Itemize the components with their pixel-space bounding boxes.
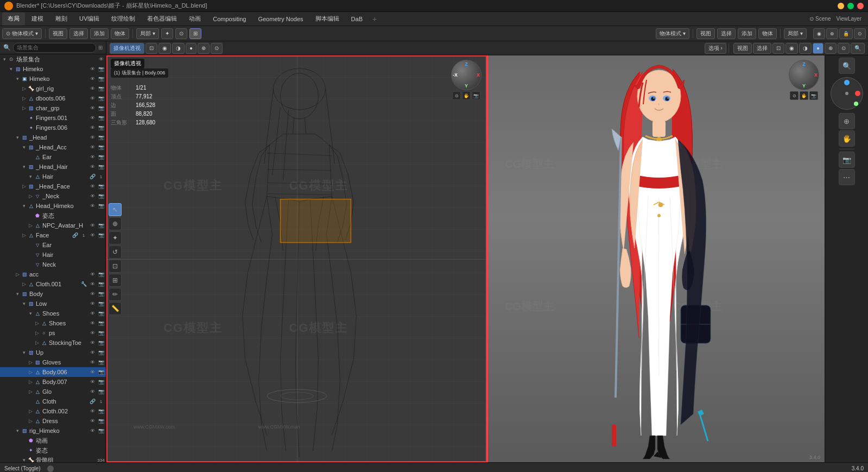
rp-camera-btn[interactable]: 📷 — [839, 152, 855, 168]
render-icon[interactable]: 📷 — [97, 378, 105, 386]
snap-icon[interactable]: ✦ — [161, 28, 173, 39]
expand-icon[interactable]: ▾ — [27, 309, 34, 318]
tree-item-cloth[interactable]: △ Cloth 🔗 1 — [0, 397, 106, 406]
eye-icon[interactable]: 👁 — [88, 75, 96, 83]
visibility-icon[interactable]: 👁 — [97, 55, 105, 63]
rp-nav-circle[interactable] — [831, 77, 863, 110]
eye-icon[interactable]: 👁 — [88, 427, 96, 435]
render-icon[interactable]: 📷 — [97, 417, 105, 425]
viewport-right-nav[interactable]: Z X Y ⊙ 🖐 📷 — [789, 60, 819, 100]
eye-icon[interactable]: 👁 — [88, 182, 96, 190]
render-icon[interactable]: 📷 — [97, 182, 105, 190]
viewport-nav-gizmo[interactable]: Z X -X Y ⊙ 🖐 📷 — [451, 60, 481, 100]
render-icon[interactable]: 📷 — [97, 349, 105, 356]
render-icon[interactable]: 📷 — [97, 114, 105, 122]
eye-icon[interactable]: 👁 — [88, 85, 96, 92]
tab-modeling[interactable]: 建模 — [26, 12, 49, 26]
modifier-icon[interactable]: 🔧 — [80, 280, 87, 288]
proportional-edit-btn[interactable]: ⊙ — [854, 28, 866, 39]
tab-scripting[interactable]: 脚本编辑 — [310, 12, 345, 26]
right-object-btn[interactable]: 物体 — [758, 28, 777, 39]
tree-item-animation[interactable]: ⬟ 动画 — [0, 436, 106, 445]
eye-icon[interactable]: 👁 — [88, 134, 96, 141]
eye-icon[interactable]: 👁 — [88, 310, 96, 317]
expand-icon[interactable]: ▷ — [27, 367, 34, 377]
overlay-btn[interactable]: ◉ — [813, 28, 825, 39]
tree-item-npc-avatar[interactable]: ▷ △ NPC_Avatar_H 👁 📷 — [0, 221, 106, 230]
render-icon[interactable]: 📷 — [97, 75, 105, 83]
expand-icon[interactable]: ▷ — [27, 221, 34, 230]
expand-icon[interactable] — [27, 211, 34, 221]
render-icon[interactable]: 📷 — [97, 95, 105, 102]
maximize-button[interactable] — [847, 3, 854, 9]
viewport-mode-right[interactable]: 物体模式 ▾ — [656, 28, 689, 39]
viewport-select-btn[interactable]: 选择 — [69, 28, 88, 39]
eye-icon[interactable]: 👁 — [88, 231, 96, 239]
render-icon[interactable]: 📷 — [97, 407, 105, 415]
expand-icon[interactable]: ▷ — [27, 387, 34, 397]
vp-gizmo-right-btn[interactable]: ⊙ — [838, 43, 850, 54]
eye-icon[interactable]: 👁 — [88, 163, 96, 171]
expand-icon[interactable]: ▷ — [21, 230, 27, 240]
expand-icon[interactable]: ▾ — [21, 348, 27, 357]
tab-layout[interactable]: 布局 — [2, 12, 25, 26]
tree-item-body006[interactable]: ▷ △ Body.006 👁 📷 — [0, 367, 106, 377]
expand-icon[interactable]: ▷ — [27, 416, 34, 426]
right-select-btn[interactable]: 选择 — [717, 28, 736, 39]
tree-item-neck2[interactable]: ▽ Neck — [0, 260, 106, 269]
tree-item-acc[interactable]: ▷ ▧ acc 👁 📷 — [0, 269, 106, 279]
render-icon[interactable]: 📷 — [97, 280, 105, 288]
tree-item-fingers001[interactable]: ✦ Fingers.001 👁 📷 — [0, 113, 106, 123]
viewport-right[interactable]: CG模型主 CG模型主 CG模型主 CG模型主 Z X Y ⊙ 🖐 📷 — [488, 55, 825, 462]
expand-icon[interactable]: ▷ — [27, 357, 34, 367]
tab-compositing[interactable]: Compositing — [207, 12, 251, 26]
nav-right-dot[interactable] — [855, 91, 860, 96]
expand-icon[interactable] — [21, 445, 27, 455]
tree-item-ear2[interactable]: ▽ Ear — [0, 240, 106, 250]
vp-search-right-btn[interactable]: 🔍 — [851, 43, 865, 54]
expand-icon[interactable]: ▷ — [21, 84, 27, 93]
expand-icon[interactable]: ▾ — [21, 201, 27, 211]
vp-overlay-right-btn[interactable]: ⊕ — [825, 43, 837, 54]
close-button[interactable] — [857, 3, 864, 9]
eye-icon[interactable]: 👁 — [88, 378, 96, 386]
vp-gizmo-btn[interactable]: ⊙ — [211, 43, 223, 54]
tree-item-char-grp[interactable]: ▷ ▧ char_grp 👁 📷 — [0, 103, 106, 113]
render-icon[interactable]: 📷 — [97, 104, 105, 112]
tree-item-dboots[interactable]: ▷ △ dboots.006 👁 📷 — [0, 93, 106, 103]
expand-icon[interactable]: ▾ — [1, 54, 8, 64]
expand-icon[interactable] — [21, 123, 27, 133]
rp-overlay-btn[interactable]: ⊕ — [839, 113, 855, 129]
proportional-btn[interactable]: ⊙ — [175, 28, 187, 39]
tree-item-himeko-obj[interactable]: ▾ ▣ Himeko 👁 📷 — [0, 74, 106, 84]
viewport-left[interactable]: CG模型主 CG模型主 CG模型主 CG模型主 www.CGMXW.com ww… — [106, 55, 488, 462]
outliner-filter-btn[interactable]: ⊞ — [98, 45, 103, 51]
eye-icon[interactable]: 👁 — [88, 153, 96, 161]
eye-icon[interactable]: 👁 — [88, 417, 96, 425]
tree-item-cloth002[interactable]: ▷ △ Cloth.002 👁 📷 — [0, 406, 106, 416]
scale-tool[interactable]: ⊡ — [109, 260, 122, 273]
eye-icon[interactable]: 👁 — [88, 95, 96, 102]
select-tool[interactable]: ↖ — [109, 203, 122, 216]
tree-item-scene-collection[interactable]: ▾ ⊙ 场景集合 👁 — [0, 54, 106, 64]
expand-icon[interactable]: ▷ — [21, 103, 27, 113]
tree-item-head-collection[interactable]: ▾ ▧ _Head 👁 📷 — [0, 133, 106, 142]
expand-icon[interactable]: ▷ — [34, 328, 40, 338]
vp-shading-wire-right[interactable]: ⊡ — [772, 43, 784, 54]
render-icon[interactable]: 📷 — [97, 339, 105, 347]
vp-shading-wire[interactable]: ⊡ — [145, 43, 157, 54]
nav-pan-btn[interactable]: 🖐 — [800, 91, 808, 100]
vp-shading-mat-right[interactable]: ◑ — [799, 43, 812, 54]
eye-icon[interactable]: 👁 — [88, 124, 96, 131]
render-icon[interactable]: 📷 — [97, 290, 105, 298]
tab-shader[interactable]: 着色器编辑 — [142, 12, 182, 26]
expand-icon[interactable]: ▷ — [27, 377, 34, 387]
filter-icon[interactable]: 🔍 — [3, 44, 11, 51]
expand-icon[interactable] — [27, 397, 34, 406]
expand-icon[interactable]: ▾ — [21, 142, 27, 152]
global-local-btn[interactable]: 局部 ▾ — [136, 28, 159, 39]
tree-item-pose[interactable]: ⬟ 姿态 — [0, 211, 106, 221]
tree-item-head-hair[interactable]: ▾ ▧ _Head_Hair 👁 📷 — [0, 162, 106, 172]
tab-sculpt[interactable]: 雕刻 — [50, 12, 73, 26]
rotate-tool[interactable]: ↺ — [109, 246, 122, 259]
